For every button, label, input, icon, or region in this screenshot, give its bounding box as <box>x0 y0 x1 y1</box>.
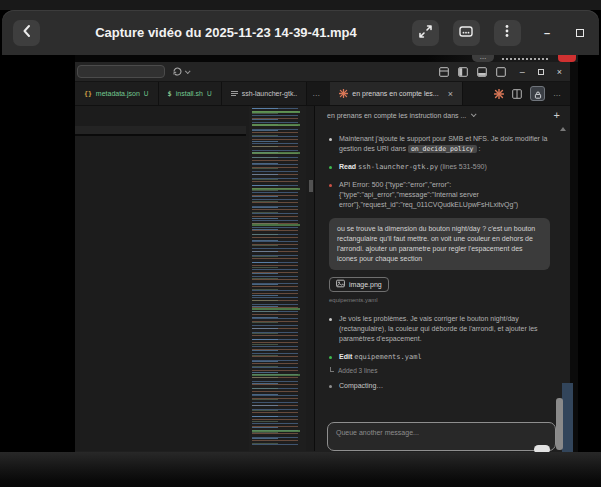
edit-result-text: Added 3 lines <box>338 366 377 376</box>
minimap-code-texture-overlay <box>252 108 278 447</box>
customize-layout-icon[interactable] <box>439 67 449 77</box>
inline-code: on_decide_policy <box>408 145 477 153</box>
status-message: Compacting… <box>329 381 550 391</box>
tool-call-edit[interactable]: Edit equipements.yaml <box>329 352 550 362</box>
player-headerbar: Capture vidéo du 2025-11-23 14-39-41.mp4 <box>2 10 599 55</box>
code-editor-pane[interactable] <box>75 106 315 451</box>
back-button[interactable] <box>13 20 40 46</box>
assistant-message: Je vois les problèmes. Je vais corriger … <box>329 314 550 344</box>
tool-file: equipements.yaml <box>354 353 421 361</box>
kebab-menu-icon <box>500 23 514 42</box>
tab-label: install.sh <box>176 90 203 97</box>
tab-ssh-launcher-gtk[interactable]: ssh-launcher-gtk.. <box>222 82 308 105</box>
session-dropdown[interactable]: en prenans en compte les instruction dan… <box>327 112 466 119</box>
more-actions-icon[interactable]: … <box>553 91 561 97</box>
chat-session-header: en prenans en compte les instruction dan… <box>315 106 570 124</box>
editor-scrollbar-thumb[interactable] <box>309 180 313 192</box>
shell-file-icon: $ <box>168 90 172 98</box>
split-editor-icon[interactable] <box>512 85 522 103</box>
attachment-chip[interactable]: image.png <box>329 277 389 292</box>
minimap[interactable] <box>249 106 306 451</box>
vscode-close-button[interactable]: × <box>557 68 562 76</box>
success-bullet-icon <box>329 356 332 359</box>
user-message-bubble: ou se trouve la dimension du bouton nigh… <box>329 218 550 270</box>
bullet-icon <box>329 385 332 388</box>
send-button[interactable] <box>534 445 550 452</box>
message-text: : <box>477 145 481 152</box>
minimap-comment-lines <box>252 111 300 113</box>
chat-scrollbar-up-arrow[interactable] <box>560 127 566 131</box>
vscode-body: en prenans en compte les instruction dan… <box>75 106 570 451</box>
chat-messages: Maintenant j'ajoute le support pour SMB … <box>315 124 570 451</box>
subtitles-icon <box>458 23 474 42</box>
toggle-secondary-sidebar-icon[interactable] <box>496 67 506 77</box>
chat-scrollbar-thumb[interactable] <box>556 398 563 450</box>
error-text: API Error: 500 {"type":"error","error": … <box>339 180 550 210</box>
editor-group-actions: … <box>494 82 570 105</box>
fullscreen-button[interactable] <box>412 20 439 46</box>
tab-overflow-button[interactable]: … <box>307 82 325 105</box>
vscode-window: – × {} metadata.json U $ install.sh U <box>75 62 570 452</box>
tool-call-read[interactable]: Read ssh-launcher-gtk.py (lines 531-590) <box>329 162 550 172</box>
minimize-button[interactable]: – <box>544 28 550 38</box>
tree-connector-icon <box>330 367 334 372</box>
titlebar-layout-icons <box>439 67 506 77</box>
recorded-topbar-pill: … <box>472 55 494 62</box>
tab-claude-chat[interactable]: en prenans en compte les... × <box>330 82 463 105</box>
vscode-titlebar: – × <box>75 62 570 82</box>
status-text: Compacting… <box>339 381 383 391</box>
success-bullet-icon <box>329 166 332 169</box>
tab-metadata-json[interactable]: {} metadata.json U <box>75 82 159 105</box>
window-controls: – <box>544 28 584 38</box>
chat-input[interactable]: Queue another message... <box>327 422 556 451</box>
claude-icon <box>494 85 504 103</box>
edit-result-line: Added 3 lines <box>330 366 550 376</box>
claude-chat-panel: en prenans en compte les instruction dan… <box>315 106 570 451</box>
git-status-badge: U <box>144 90 149 97</box>
tab-label: en prenans en compte les... <box>352 90 438 97</box>
attachment-context-file: equipements.yaml <box>329 295 550 305</box>
api-error-message: API Error: 500 {"type":"error","error": … <box>329 180 550 210</box>
subtitles-button[interactable] <box>453 20 480 46</box>
python-file-icon <box>231 90 238 98</box>
tool-file: ssh-launcher-gtk.py <box>358 163 438 171</box>
bullet-icon <box>329 138 332 141</box>
tool-detail: (lines 531-590) <box>440 163 487 170</box>
menu-button[interactable] <box>494 20 521 46</box>
recorded-clock-text <box>502 58 548 60</box>
attachment-name: image.png <box>349 280 382 290</box>
tool-name: Read <box>339 163 356 170</box>
message-text: Je vois les problèmes. Je vais corriger … <box>339 314 550 344</box>
user-message-text: ou se trouve la dimension du bouton nigh… <box>337 224 542 264</box>
close-tab-icon[interactable]: × <box>448 89 453 99</box>
vscode-maximize-button[interactable] <box>538 69 544 75</box>
vscode-minimize-button[interactable]: – <box>520 68 525 76</box>
image-icon <box>336 279 345 291</box>
screen: Capture vidéo du 2025-11-23 14-39-41.mp4 <box>0 0 601 487</box>
video-frame[interactable]: … <box>75 55 578 452</box>
sync-icon <box>172 63 183 81</box>
git-status-badge: U <box>207 90 212 97</box>
vscode-tabbar: {} metadata.json U $ install.sh U ssh-la… <box>75 82 570 106</box>
toggle-sidebar-icon[interactable] <box>458 67 468 77</box>
player-stage[interactable]: … <box>0 55 601 452</box>
command-center-searchbox[interactable] <box>77 65 165 78</box>
player-bottom-shade <box>0 452 601 487</box>
fullscreen-icon <box>418 24 433 42</box>
background-window-strip <box>562 383 573 452</box>
toggle-panel-icon[interactable] <box>477 67 487 77</box>
claude-icon <box>339 89 348 99</box>
back-icon <box>19 23 35 42</box>
vscode-window-controls: – × <box>520 68 562 76</box>
tab-install-sh[interactable]: $ install.sh U <box>159 82 222 105</box>
header-actions <box>412 20 521 46</box>
tool-name: Edit <box>339 353 352 360</box>
bullet-icon <box>329 318 332 321</box>
lock-editor-group-toggle[interactable] <box>530 86 545 101</box>
sync-branch-control[interactable] <box>172 63 189 81</box>
maximize-button[interactable] <box>576 29 584 37</box>
tab-label: ssh-launcher-gtk.. <box>242 90 298 97</box>
record-indicator <box>558 55 576 62</box>
new-session-button[interactable]: + <box>554 110 560 120</box>
assistant-message: Maintenant j'ajoute le support pour SMB … <box>329 134 550 154</box>
